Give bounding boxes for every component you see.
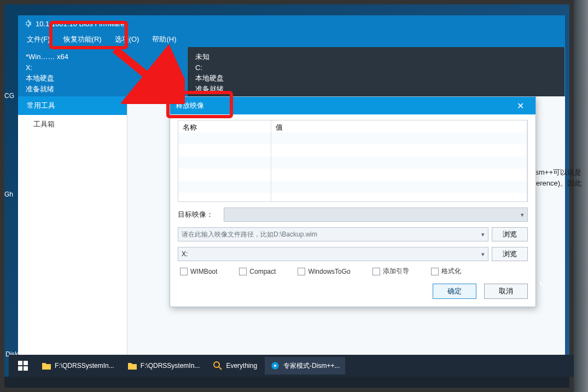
- close-icon: ✕: [517, 101, 524, 111]
- gear-icon: [270, 361, 280, 371]
- checkbox-compact[interactable]: Compact: [239, 267, 276, 276]
- drive-c-line2: C:: [195, 62, 557, 73]
- dialog-title: 释放映像: [176, 101, 204, 111]
- chevron-down-icon: ▾: [481, 231, 485, 238]
- checkbox-windowstogo[interactable]: WindowsToGo: [298, 267, 350, 276]
- svg-rect-3: [18, 366, 22, 371]
- drive-c-line3: 本地硬盘: [195, 73, 557, 84]
- browse-drive-button[interactable]: 浏览: [492, 247, 528, 261]
- checkbox-addboot[interactable]: 添加引导: [372, 267, 409, 276]
- drive-c-line1: 未知: [195, 51, 557, 62]
- svg-line-6: [219, 367, 222, 370]
- drive-x-line2: X:: [26, 62, 179, 73]
- menu-recovery[interactable]: 恢复功能(R): [57, 32, 108, 47]
- chevron-down-icon: ▾: [481, 251, 485, 258]
- desktop-background: 10.1.1001.10 Bios Firmware 文件(F) 恢复功能(R)…: [4, 4, 569, 377]
- checkbox-icon: [372, 268, 380, 275]
- window-titlebar: 10.1.1001.10 Bios Firmware: [18, 15, 565, 32]
- cancel-button[interactable]: 取消: [484, 284, 528, 299]
- taskbar: F:\QDRSSystemIn... F:\QDRSSystemIn... Ev…: [9, 355, 574, 377]
- sidebar-item-toolbox[interactable]: 工具箱: [18, 115, 127, 134]
- checkbox-icon: [431, 268, 439, 275]
- image-list-table[interactable]: 名称 值: [178, 120, 528, 202]
- dialog-close-button[interactable]: ✕: [510, 97, 530, 114]
- col-value-header: 值: [271, 120, 527, 201]
- svg-rect-1: [18, 361, 22, 365]
- target-drive-value: X:: [182, 250, 188, 258]
- taskbar-item-dismpp[interactable]: 专家模式-Dism++...: [265, 357, 345, 374]
- svg-point-8: [274, 365, 276, 367]
- image-path-placeholder: 请在此输入映像文件路径，比如D:\Backup.wim: [182, 230, 317, 239]
- svg-point-5: [214, 362, 219, 367]
- ok-button[interactable]: 确定: [433, 284, 476, 299]
- dialog-titlebar: 释放映像 ✕: [170, 97, 535, 114]
- target-drive-combo[interactable]: X: ▾: [178, 247, 488, 261]
- drive-x-line1: *Win…… x64: [26, 51, 179, 62]
- menu-file[interactable]: 文件(F): [20, 32, 57, 47]
- checkbox-format[interactable]: 格式化: [431, 267, 461, 276]
- folder-icon: [127, 361, 137, 371]
- menu-options[interactable]: 选项(O): [108, 32, 146, 47]
- menubar: 文件(F) 恢复功能(R) 选项(O) 帮助(H): [18, 32, 565, 47]
- checkbox-wimboot[interactable]: WIMBoot: [180, 267, 217, 276]
- drive-x-line4: 准备就绪: [26, 84, 179, 95]
- checkbox-icon: [180, 268, 188, 275]
- svg-rect-2: [24, 361, 28, 365]
- taskbar-item-explorer-1[interactable]: F:\QDRSSystemIn...: [36, 357, 120, 374]
- desktop-label-gh: Gh: [4, 191, 13, 198]
- drive-strip: *Win…… x64 X: 本地硬盘 准备就绪 未知 C: 本地硬盘 准备就绪: [18, 47, 565, 96]
- windows-icon: [18, 361, 28, 371]
- checkbox-icon: [239, 268, 247, 275]
- checkbox-icon: [298, 268, 305, 275]
- chevron-down-icon: ▾: [521, 211, 524, 218]
- taskbar-item-explorer-2[interactable]: F:\QDRSSystemIn...: [122, 357, 206, 374]
- window-title-text: 10.1.1001.10 Bios Firmware: [36, 20, 125, 28]
- taskbar-item-everything[interactable]: Everything: [207, 357, 263, 374]
- sidebar-item-common-tools[interactable]: 常用工具: [18, 96, 127, 115]
- gear-icon: [24, 19, 32, 28]
- release-image-dialog: 释放映像 ✕ 名称 值 目标映像： ▾ 请在此输入映像文件路径，比如D:\Bac…: [170, 96, 536, 307]
- image-path-input[interactable]: 请在此输入映像文件路径，比如D:\Backup.wim ▾: [178, 227, 488, 241]
- drive-card-x[interactable]: *Win…… x64 X: 本地硬盘 准备就绪: [18, 47, 188, 96]
- col-name-header: 名称: [178, 120, 271, 201]
- drive-x-line3: 本地硬盘: [26, 73, 179, 84]
- folder-icon: [42, 361, 51, 371]
- target-image-label: 目标映像：: [178, 210, 220, 220]
- desktop-label-cg: CG: [4, 92, 14, 100]
- menu-help[interactable]: 帮助(H): [145, 32, 183, 47]
- info-text-line1: Dism++可以说是: [528, 168, 581, 177]
- target-image-combo[interactable]: ▾: [224, 207, 528, 222]
- drive-card-c[interactable]: 未知 C: 本地硬盘 准备就绪: [188, 47, 565, 96]
- search-icon: [213, 361, 223, 371]
- browse-image-button[interactable]: 浏览: [492, 227, 528, 241]
- drive-c-line4: 准备就绪: [195, 84, 557, 95]
- start-button[interactable]: [12, 357, 34, 374]
- sidebar: 常用工具 工具箱: [18, 96, 127, 356]
- svg-rect-4: [24, 366, 28, 371]
